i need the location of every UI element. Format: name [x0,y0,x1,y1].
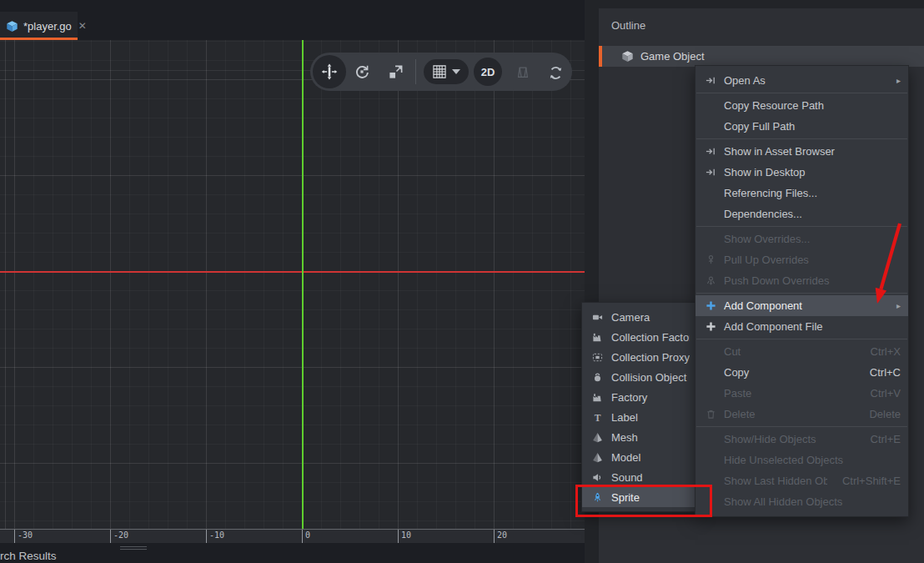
factory-icon [591,391,604,404]
menu-item-label: Sprite [611,491,690,504]
menu-item-open-as[interactable]: Open As ▸ [696,70,908,91]
scale-tool-icon [388,64,404,80]
menu-item-pull-up-overrides: Pull Up Overrides [696,249,908,270]
sprite-rocket-icon [591,491,604,504]
bottom-panel-strip: rch Results [0,543,585,563]
menu-item-show-all-hidden-objects: Show All Hidden Objects [696,491,908,512]
menu-item-factory[interactable]: Factory [582,387,697,407]
reload-button[interactable] [545,63,565,83]
empty-icon-slot [705,366,717,379]
outline-context-menu: Open As ▸ Copy Resource Path Copy Full P… [695,65,909,517]
2d-mode-button[interactable]: 2D [474,58,502,86]
menu-item-delete: Delete Delete [696,404,908,425]
menu-item-dependencies[interactable]: Dependencies... [696,204,908,224]
menu-item-label: Add Component File [724,320,901,333]
tab-close-icon[interactable]: ✕ [78,20,87,32]
menu-item-model[interactable]: Model [582,447,697,467]
submenu-caret-icon: ▸ [896,76,901,85]
menu-separator [696,426,907,427]
chevron-down-icon [452,69,460,74]
menu-item-label: Hide Unselected Objects [724,454,901,466]
menu-item-push-down-overrides: Push Down Overrides [696,270,908,291]
ruler-label: 0 [305,530,310,540]
menu-item-label: Pull Up Overrides [724,254,901,266]
menu-item-sound[interactable]: Sound [582,467,697,487]
camera-icon [591,311,604,324]
menu-separator [696,226,907,227]
menu-item-label: Add Component [724,299,886,312]
menu-item-show-hide-objects: Show/Hide Objects Ctrl+E [696,429,908,450]
menu-item-paste: Paste Ctrl+V [696,383,908,404]
empty-icon-slot [705,433,717,445]
add-component-submenu: Camera Collection Factory Collection Pro… [581,302,698,512]
add-component-file-plus-icon [705,320,717,333]
menu-item-show-in-asset-browser[interactable]: Show in Asset Browser [696,141,908,162]
menu-item-label: Show in Asset Browser [724,145,901,158]
scale-tool-button[interactable] [385,62,405,82]
menu-item-copy-full-path[interactable]: Copy Full Path [696,116,908,137]
menu-item-show-in-desktop[interactable]: Show in Desktop [696,162,908,183]
empty-icon-slot [705,345,717,358]
menu-separator [696,293,907,294]
ruler-tick [398,530,399,543]
menu-item-label: Mesh [611,431,690,444]
menu-item-label: Cut [724,345,856,358]
ruler-label: 20 [497,530,507,540]
menu-item-label: Referencing Files... [724,187,901,199]
scene-viewport[interactable] [0,40,585,529]
pull-up-overrides-icon [705,254,717,266]
empty-icon-slot [705,495,717,508]
menu-item-label: Factory [611,391,690,404]
ruler-tick [206,530,207,543]
defold-editor-window: *player.go ✕ [0,0,924,563]
move-tool-button[interactable] [313,55,346,88]
empty-icon-slot [705,454,717,466]
menu-item-label: Copy Full Path [724,120,901,133]
trash-icon [705,408,717,420]
rotate-tool-button[interactable] [352,62,372,82]
menu-item-camera[interactable]: Camera [582,307,697,327]
label-icon: T [591,411,604,424]
x-axis-line [0,271,585,273]
menu-item-label: Collection Factory [611,331,690,344]
menu-item-label: Collision Object [611,371,690,384]
outline-item-game-object[interactable]: Game Object [599,46,924,67]
empty-icon-slot [705,187,717,199]
menu-item-label: Open As [724,74,886,87]
add-component-plus-icon [705,299,717,312]
outline-item-label: Game Object [640,50,705,63]
menu-item-shortcut: Delete [869,408,901,420]
menu-item-collection-proxy[interactable]: Collection Proxy [582,347,697,367]
frustum-culling-button[interactable] [513,63,533,83]
menu-item-copy-resource-path[interactable]: Copy Resource Path [696,95,908,116]
menu-item-label: Copy Resource Path [724,99,901,112]
game-object-cube-icon [621,50,634,63]
move-tool-icon [321,63,338,80]
menu-item-label: Model [611,451,690,464]
menu-separator [696,138,907,139]
tab-player-go[interactable]: *player.go ✕ [0,12,78,40]
menu-item-shortcut: Ctrl+E [871,433,901,445]
splitter-handle[interactable] [120,546,147,550]
empty-icon-slot [705,233,717,245]
menu-item-label: Show Overrides... [724,233,901,245]
menu-item-add-component[interactable]: Add Component ▸ [696,295,908,316]
menu-item-add-component-file[interactable]: Add Component File [696,316,908,337]
menu-item-label: Paste [724,387,856,400]
menu-item-collision-object[interactable]: Collision Object [582,367,697,387]
menu-item-shortcut: Ctrl+Shift+E [842,475,901,487]
menu-item-collection-factory[interactable]: Collection Factory [582,327,697,347]
viewport-toolbar: 2D [310,53,572,91]
menu-item-copy[interactable]: Copy Ctrl+C [696,362,908,383]
ruler-tick [110,530,111,543]
menu-item-mesh[interactable]: Mesh [582,427,697,447]
menu-item-sprite[interactable]: Sprite [582,487,697,507]
menu-item-referencing-files[interactable]: Referencing Files... [696,183,908,204]
frustum-icon [515,65,530,80]
menu-item-label: Show Last Hidden Objects [724,475,827,487]
empty-icon-slot [705,475,717,487]
menu-item-label-component[interactable]: T Label [582,407,697,427]
grid-icon [433,65,446,78]
menu-item-label: Show All Hidden Objects [724,495,901,508]
grid-settings-button[interactable] [424,59,469,84]
